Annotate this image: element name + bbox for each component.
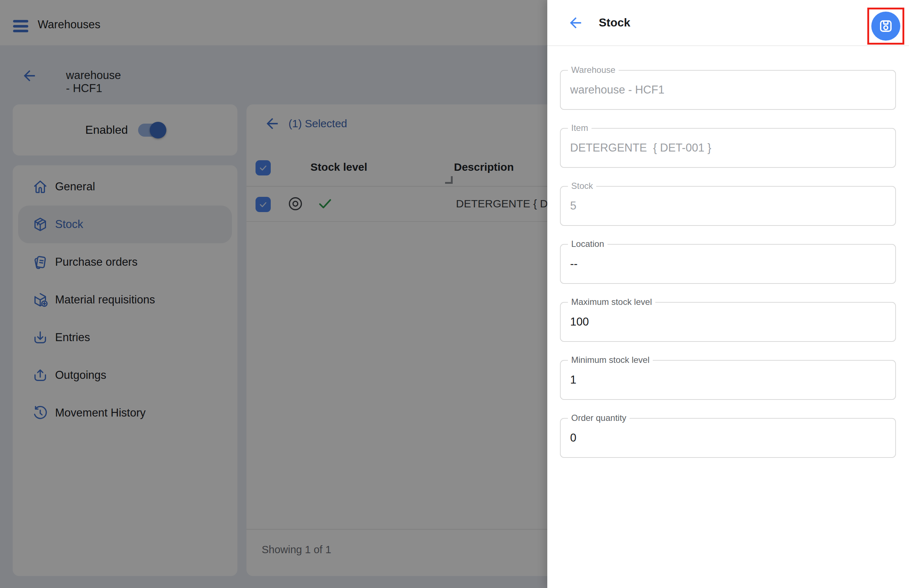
stock-edit-drawer: Stock Warehouse Item Stock Location Maxi… [547,0,909,588]
column-header-stock-level: Stock level [310,161,368,173]
home-icon [32,178,48,195]
minimum-stock-level-field: Minimum stock level [560,360,896,400]
table-footer-count: Showing 1 of 1 [262,544,331,556]
sidebar-item-general[interactable]: General [18,168,232,205]
sidebar-item-purchase-orders[interactable]: Purchase orders [18,243,232,281]
tray-arrow-up-icon [32,367,48,384]
order-quantity-field: Order quantity [560,418,896,458]
back-arrow-icon[interactable] [21,68,38,84]
history-icon [32,405,48,421]
box-plus-icon [32,291,48,308]
sidebar-item-outgoings[interactable]: Outgoings [18,356,232,394]
location-input[interactable] [561,245,895,283]
order-quantity-input[interactable] [561,419,895,457]
item-field: Item [560,128,896,168]
sidebar-item-label: Stock [55,218,83,231]
enabled-card: Enabled [13,104,237,155]
maximum-stock-level-input[interactable] [561,303,895,341]
sidebar-item-entries[interactable]: Entries [18,319,232,356]
save-button[interactable] [871,11,900,40]
purchase-orders-icon [32,254,48,270]
enabled-toggle[interactable] [138,124,165,137]
sidebar-item-stock[interactable]: Stock [18,205,232,243]
page-title: warehouse - HCF1 [66,69,121,95]
select-all-checkbox[interactable] [255,160,271,176]
tray-arrow-down-icon [32,329,48,346]
enabled-label: Enabled [85,123,128,137]
warehouse-input [561,71,895,109]
selection-count: (1) Selected [289,118,347,130]
check-icon [258,200,268,209]
sidebar-item-movement-history[interactable]: Movement History [18,394,232,432]
item-input [561,129,895,167]
sidebar-item-label: Outgoings [55,369,106,382]
package-icon [32,216,48,233]
annotation-highlight-box [867,8,904,45]
back-arrow-icon[interactable] [264,115,281,132]
location-field: Location [560,244,896,284]
save-floppy-icon [877,18,894,34]
toggle-thumb [150,122,166,139]
stock-level-ok-icon [317,195,333,212]
sidebar-item-label: Entries [55,331,90,344]
column-resize-handle[interactable] [445,176,453,184]
drawer-header: Stock [547,0,909,46]
back-arrow-icon[interactable] [567,15,584,31]
sidebar-item-label: Purchase orders [55,255,137,269]
warehouse-field: Warehouse [560,70,896,110]
row-checkbox[interactable] [255,197,271,212]
check-icon [258,163,268,173]
sidebar-item-material-requisitions[interactable]: Material requisitions [18,281,232,319]
sidebar-item-label: Movement History [55,406,146,420]
maximum-stock-level-field: Maximum stock level [560,302,896,342]
sidebar-item-label: General [55,180,95,193]
sidebar-item-label: Material requisitions [55,293,155,306]
app-title: Warehouses [38,18,100,31]
stock-input [561,187,895,225]
warehouse-sidebar: General Stock Purchase orders Material r… [13,165,237,576]
stock-field: Stock [560,186,896,226]
drawer-title: Stock [599,16,630,29]
column-header-description: Description [444,161,524,173]
view-icon[interactable] [287,195,304,212]
minimum-stock-level-input[interactable] [561,361,895,399]
hamburger-menu-icon[interactable] [13,20,28,32]
